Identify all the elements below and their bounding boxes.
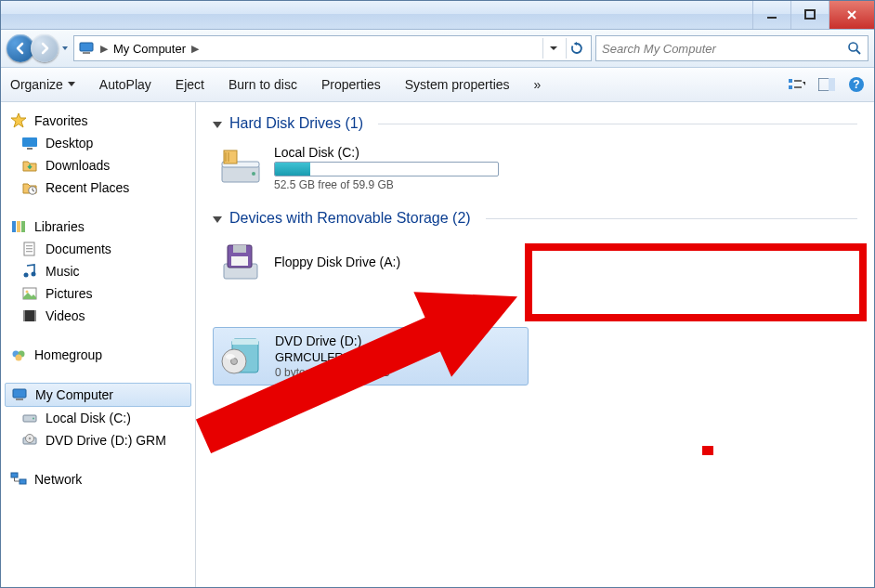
svg-rect-3 (83, 52, 90, 54)
network-header[interactable]: Network (5, 468, 191, 490)
sidebar-item-local-disk[interactable]: Local Disk (C:) (5, 407, 191, 429)
svg-point-55 (226, 354, 235, 359)
divider (378, 124, 857, 124)
svg-rect-50 (231, 256, 248, 266)
help-button[interactable]: ? (848, 76, 865, 93)
content-pane: Hard Disk Drives (1) Local Disk (C:) 52.… (196, 102, 874, 587)
collapse-icon (213, 122, 222, 128)
favorites-header[interactable]: Favorites (5, 110, 191, 132)
homegroup-header[interactable]: Homegroup (5, 344, 191, 366)
navigation-bar: ▶ My Computer ▶ Search My Computer (1, 30, 874, 68)
organize-label: Organize (10, 77, 63, 92)
address-history-dropdown[interactable] (542, 38, 564, 59)
drive-title: Floppy Disk Drive (A:) (274, 255, 400, 269)
svg-point-4 (849, 43, 857, 51)
sidebar-item-dvd-drive[interactable]: DVD Drive (D:) GRM (5, 429, 191, 451)
maximize-button[interactable] (790, 1, 829, 29)
computer-group: My Computer Local Disk (C:) DVD Drive (D… (5, 383, 191, 451)
floppy-drive-icon (218, 240, 263, 284)
svg-rect-28 (23, 310, 36, 321)
toolbar-overflow[interactable]: » (534, 77, 542, 92)
pictures-icon (21, 285, 38, 302)
explorer-body: Favorites Desktop Downloads Recent Place… (1, 102, 874, 587)
help-icon: ? (848, 76, 865, 93)
svg-rect-34 (13, 389, 26, 398)
autoplay-button[interactable]: AutoPlay (99, 77, 151, 92)
properties-button[interactable]: Properties (321, 77, 381, 92)
hard-drive-icon (21, 410, 38, 426)
svg-rect-11 (829, 78, 835, 91)
sidebar-item-label: My Computer (35, 387, 113, 402)
sidebar-item-videos[interactable]: Videos (5, 305, 191, 327)
sidebar-item-label: Recent Places (46, 180, 129, 195)
burn-to-disc-button[interactable]: Burn to disc (229, 77, 297, 92)
drive-volume-label: GRMCULFRER_EN_DVD (275, 350, 416, 364)
network-icon (10, 471, 27, 488)
sidebar-item-documents[interactable]: Documents (5, 238, 191, 260)
drive-free-text: 0 bytes free of 2.32 GB (275, 366, 416, 379)
videos-icon (21, 307, 38, 324)
breadcrumb-item[interactable]: My Computer (113, 42, 186, 56)
recent-places-icon (21, 179, 38, 196)
refresh-button[interactable] (566, 38, 587, 59)
libraries-header[interactable]: Libraries (5, 216, 191, 238)
removable-section-header[interactable]: Devices with Removable Storage (2) (213, 210, 857, 227)
annotation-dot (702, 446, 713, 455)
sidebar-item-label: Documents (46, 242, 111, 256)
forward-button[interactable] (31, 34, 59, 62)
sidebar-item-my-computer[interactable]: My Computer (5, 383, 191, 407)
network-label: Network (34, 472, 82, 487)
star-icon (10, 112, 27, 129)
sidebar-item-downloads[interactable]: Downloads (5, 154, 191, 176)
removable-section-title: Devices with Removable Storage (2) (229, 210, 471, 227)
homegroup-label: Homegroup (34, 347, 102, 362)
view-options-button[interactable] (789, 76, 805, 93)
close-button[interactable] (829, 1, 874, 29)
capacity-fill (275, 163, 310, 176)
drive-floppy-a[interactable]: Floppy Disk Drive (A:) (213, 234, 510, 290)
svg-text:?: ? (853, 78, 859, 91)
sidebar-item-desktop[interactable]: Desktop (5, 132, 191, 154)
breadcrumb-separator: ▶ (100, 43, 108, 55)
computer-icon (11, 386, 28, 403)
chevron-down-icon (68, 81, 75, 88)
history-dropdown-icon[interactable] (60, 42, 70, 55)
sidebar-item-label: DVD Drive (D:) GRM (46, 433, 166, 448)
hdd-section-title: Hard Disk Drives (1) (229, 115, 363, 132)
drive-local-disk-c[interactable]: Local Disk (C:) 52.5 GB free of 59.9 GB (213, 139, 529, 197)
hdd-section-header[interactable]: Hard Disk Drives (1) (213, 115, 857, 132)
network-group: Network (5, 468, 191, 490)
divider (486, 218, 857, 219)
svg-point-45 (252, 172, 255, 176)
svg-rect-0 (767, 17, 777, 19)
homegroup-icon (10, 346, 27, 363)
favorites-group: Favorites Desktop Downloads Recent Place… (5, 110, 191, 199)
svg-rect-6 (789, 79, 792, 83)
system-properties-button[interactable]: System properties (405, 77, 510, 92)
search-box[interactable]: Search My Computer (595, 35, 868, 61)
preview-pane-icon (818, 78, 835, 91)
titlebar (1, 1, 874, 30)
svg-rect-22 (26, 248, 33, 249)
breadcrumb-separator: ▶ (191, 43, 199, 55)
sidebar-item-music[interactable]: Music (5, 260, 191, 282)
drive-title: DVD Drive (D:) (275, 333, 416, 348)
eject-button[interactable]: Eject (176, 77, 204, 92)
address-bar[interactable]: ▶ My Computer ▶ (73, 35, 592, 61)
svg-point-40 (29, 438, 31, 439)
svg-point-33 (16, 355, 22, 361)
libraries-group: Libraries Documents Music Pictures Video… (5, 216, 191, 327)
svg-point-25 (32, 272, 36, 277)
computer-icon (78, 40, 95, 57)
preview-pane-button[interactable] (818, 76, 835, 93)
drive-dvd-d[interactable]: DVD Drive (D:) GRMCULFRER_EN_DVD 0 bytes… (213, 327, 529, 385)
sidebar-item-pictures[interactable]: Pictures (5, 282, 191, 305)
minimize-button[interactable] (752, 1, 790, 29)
svg-point-24 (24, 273, 29, 278)
sidebar-item-recent-places[interactable]: Recent Places (5, 176, 191, 199)
sidebar-item-label: Videos (46, 308, 85, 323)
svg-rect-7 (789, 85, 792, 89)
drive-title: Local Disk (C:) (274, 145, 499, 160)
svg-rect-15 (27, 148, 33, 150)
organize-menu[interactable]: Organize (10, 77, 75, 92)
